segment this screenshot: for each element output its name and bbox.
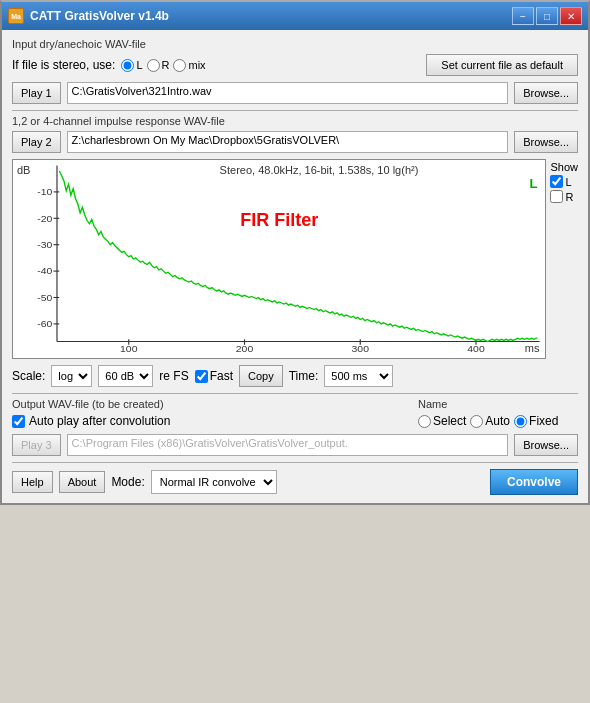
svg-text:-10: -10: [37, 186, 52, 197]
chart-svg: -10 -20 -30 -40 -50 -60 100 200: [13, 160, 545, 358]
name-auto-radio[interactable]: [470, 415, 483, 428]
play2-row: Play 2 Z:\charlesbrown On My Mac\Dropbox…: [12, 131, 578, 153]
stereo-radio-group: L R mix: [121, 59, 205, 72]
window-title: CATT GratisVolver v1.4b: [30, 9, 169, 23]
name-radio-row: Select Auto Fixed: [418, 414, 578, 428]
play2-button[interactable]: Play 2: [12, 131, 61, 153]
browse3-button[interactable]: Browse...: [514, 434, 578, 456]
radio-mix-label[interactable]: mix: [173, 59, 205, 72]
svg-text:-40: -40: [37, 266, 52, 277]
auto-play-label[interactable]: Auto play after convolution: [12, 414, 402, 428]
bottom-row: Help About Mode: Normal IR convolve Mini…: [12, 462, 578, 495]
input-section-label: Input dry/anechoic WAV-file: [12, 38, 578, 50]
name-select-radio[interactable]: [418, 415, 431, 428]
output-label: Output WAV-file (to be created): [12, 398, 402, 410]
time-label: Time:: [289, 369, 319, 383]
close-button[interactable]: ✕: [560, 7, 582, 25]
convolve-button[interactable]: Convolve: [490, 469, 578, 495]
x-axis-label: ms: [525, 342, 540, 354]
help-button[interactable]: Help: [12, 471, 53, 493]
divider1: [12, 110, 578, 111]
fast-checkbox[interactable]: [195, 370, 208, 383]
stereo-row: If file is stereo, use: L R mix Set curr…: [12, 54, 578, 76]
radio-r[interactable]: [147, 59, 160, 72]
name-fixed-label[interactable]: Fixed: [514, 414, 558, 428]
about-button[interactable]: About: [59, 471, 106, 493]
svg-text:400: 400: [467, 344, 485, 355]
name-label: Name: [418, 398, 578, 410]
name-select-label[interactable]: Select: [418, 414, 466, 428]
stereo-label: If file is stereo, use:: [12, 58, 115, 72]
radio-r-label[interactable]: R: [147, 59, 170, 72]
svg-text:-20: -20: [37, 213, 52, 224]
browse2-button[interactable]: Browse...: [514, 131, 578, 153]
ir-section-label: 1,2 or 4-channel impulse response WAV-fi…: [12, 115, 578, 127]
scale-row: Scale: log lin 60 dB 40 dB 80 dB re FS F…: [12, 365, 578, 387]
play1-row: Play 1 C:\GratisVolver\321Intro.wav Brow…: [12, 82, 578, 104]
auto-play-checkbox[interactable]: [12, 415, 25, 428]
svg-text:300: 300: [352, 344, 370, 355]
radio-mix[interactable]: [173, 59, 186, 72]
browse1-button[interactable]: Browse...: [514, 82, 578, 104]
scale-label: Scale:: [12, 369, 45, 383]
play1-path: C:\GratisVolver\321Intro.wav: [67, 82, 509, 104]
db-select[interactable]: 60 dB 40 dB 80 dB: [98, 365, 153, 387]
chart-container: dB Stereo, 48.0kHz, 16-bit, 1.538s, 10 l…: [12, 159, 578, 359]
show-r-checkbox[interactable]: [550, 190, 563, 203]
svg-text:100: 100: [120, 344, 138, 355]
show-r-checkbox-label[interactable]: R: [550, 190, 573, 203]
y-axis-label: dB: [17, 164, 30, 176]
main-content: Input dry/anechoic WAV-file If file is s…: [2, 30, 588, 503]
copy-button[interactable]: Copy: [239, 365, 283, 387]
scale-select[interactable]: log lin: [51, 365, 92, 387]
name-auto-label[interactable]: Auto: [470, 414, 510, 428]
svg-text:-60: -60: [37, 318, 52, 329]
app-icon: Ma: [8, 8, 24, 24]
play3-row: Play 3 C:\Program Files (x86)\GratisVolv…: [12, 434, 578, 456]
name-fixed-radio[interactable]: [514, 415, 527, 428]
show-label: Show: [550, 161, 578, 173]
minimize-button[interactable]: −: [512, 7, 534, 25]
main-window: Ma CATT GratisVolver v1.4b − □ ✕ Input d…: [0, 0, 590, 505]
refs-label: re FS: [159, 369, 188, 383]
divider2: [12, 393, 578, 394]
titlebar-left: Ma CATT GratisVolver v1.4b: [8, 8, 169, 24]
play1-button[interactable]: Play 1: [12, 82, 61, 104]
svg-text:-30: -30: [37, 239, 52, 250]
fast-checkbox-label[interactable]: Fast: [195, 369, 233, 383]
mode-select[interactable]: Normal IR convolve Minimum phase Mixed p…: [151, 470, 277, 494]
mode-label: Mode:: [111, 475, 144, 489]
output-section: Output WAV-file (to be created) Auto pla…: [12, 398, 578, 428]
window-controls: − □ ✕: [512, 7, 582, 25]
radio-l[interactable]: [121, 59, 134, 72]
maximize-button[interactable]: □: [536, 7, 558, 25]
play3-path: C:\Program Files (x86)\GratisVolver\Grat…: [67, 434, 509, 456]
show-l-checkbox[interactable]: [550, 175, 563, 188]
svg-text:-50: -50: [37, 292, 52, 303]
time-select[interactable]: 100 ms 200 ms 500 ms 1000 ms: [324, 365, 393, 387]
play2-path: Z:\charlesbrown On My Mac\Dropbox\5Grati…: [67, 131, 509, 153]
radio-l-label[interactable]: L: [121, 59, 142, 72]
chart-info: Stereo, 48.0kHz, 16-bit, 1.538s, 10 lg(h…: [220, 164, 419, 176]
chart-area: dB Stereo, 48.0kHz, 16-bit, 1.538s, 10 l…: [12, 159, 546, 359]
chart-show-panel: Show L R: [550, 159, 578, 359]
play3-button[interactable]: Play 3: [12, 434, 61, 456]
chart-l-label: L: [530, 176, 538, 191]
output-left: Output WAV-file (to be created) Auto pla…: [12, 398, 402, 428]
set-default-button[interactable]: Set current file as default: [426, 54, 578, 76]
output-right: Name Select Auto Fixed: [418, 398, 578, 428]
svg-text:200: 200: [236, 344, 254, 355]
titlebar: Ma CATT GratisVolver v1.4b − □ ✕: [2, 2, 588, 30]
show-l-checkbox-label[interactable]: L: [550, 175, 571, 188]
fir-filter-label: FIR Filter: [240, 210, 318, 231]
